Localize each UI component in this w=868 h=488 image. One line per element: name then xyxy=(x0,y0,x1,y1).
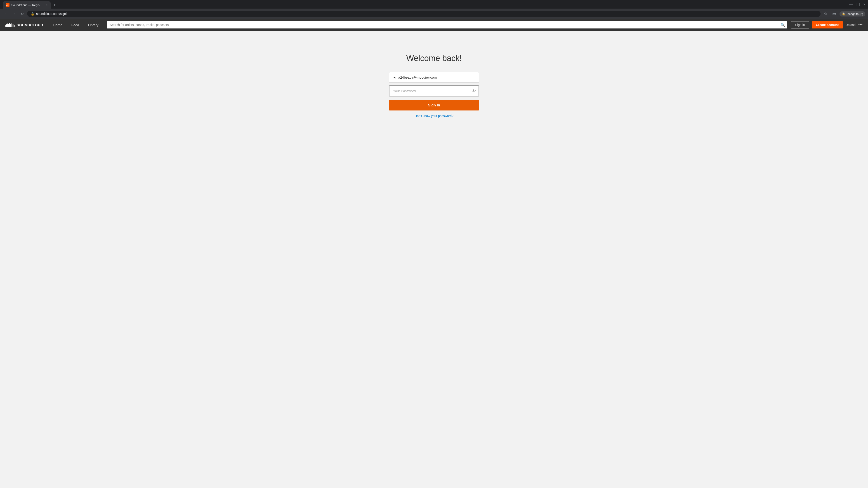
maximize-button[interactable]: ❐ xyxy=(857,2,860,7)
search-input-wrapper: 🔍 xyxy=(107,21,787,29)
svg-rect-0 xyxy=(5,25,6,27)
password-toggle-icon[interactable]: 👁 xyxy=(472,89,476,93)
upload-button[interactable]: Upload xyxy=(846,23,856,27)
email-value: a24beaba@moodjoy.com xyxy=(398,75,475,79)
nav-links: Home Feed Library xyxy=(49,19,103,31)
svg-rect-9 xyxy=(13,24,14,27)
tab-title: SoundCloud — Register, sign-i... xyxy=(11,3,43,7)
svg-rect-5 xyxy=(10,24,11,27)
main-content: Welcome back! ◄ a24beaba@moodjoy.com 👁 S… xyxy=(0,31,868,488)
browser-tab[interactable]: SoundCloud — Register, sign-i... × xyxy=(3,1,51,8)
window-controls: — ❐ × xyxy=(849,2,865,8)
new-tab-button[interactable]: + xyxy=(52,2,58,8)
lock-icon: 🔒 xyxy=(31,12,34,15)
signin-button[interactable]: Sign in xyxy=(791,21,809,29)
incognito-label: Incognito (2) xyxy=(847,12,863,15)
soundcloud-navbar: SOUNDCLOUD Home Feed Library 🔍 Sign in C… xyxy=(0,19,868,31)
refresh-button[interactable]: ↻ xyxy=(19,11,25,17)
nav-feed[interactable]: Feed xyxy=(67,19,84,31)
sidebar-button[interactable]: ▭ xyxy=(831,10,838,17)
address-bar[interactable]: 🔒 soundcloud.com/signin xyxy=(27,11,820,17)
email-field-wrapper: ◄ a24beaba@moodjoy.com xyxy=(389,72,479,83)
back-button[interactable]: ← xyxy=(3,11,9,17)
more-button[interactable]: ••• xyxy=(858,23,863,27)
soundcloud-logo-text: SOUNDCLOUD xyxy=(17,23,43,27)
email-back-icon[interactable]: ◄ xyxy=(393,76,396,79)
password-input[interactable] xyxy=(390,86,478,96)
incognito-button[interactable]: 🕵 Incognito (2) xyxy=(839,11,865,17)
svg-rect-2 xyxy=(7,24,8,27)
search-bar: 🔍 xyxy=(107,21,787,29)
tab-close-icon[interactable]: × xyxy=(46,3,48,7)
forward-button[interactable]: → xyxy=(11,11,17,17)
svg-rect-4 xyxy=(9,23,10,27)
nav-home[interactable]: Home xyxy=(49,19,67,31)
nav-library[interactable]: Library xyxy=(84,19,103,31)
signin-title: Welcome back! xyxy=(406,54,462,63)
svg-rect-1 xyxy=(6,24,7,27)
minimize-button[interactable]: — xyxy=(849,2,853,6)
svg-rect-6 xyxy=(11,23,11,27)
svg-rect-7 xyxy=(12,24,12,27)
svg-rect-10 xyxy=(14,25,15,27)
soundcloud-logo-icon xyxy=(5,23,15,27)
incognito-icon: 🕵 xyxy=(842,12,845,15)
search-input[interactable] xyxy=(107,21,787,29)
url-text: soundcloud.com/signin xyxy=(36,12,68,15)
browser-toolbar: ← → ↻ 🔒 soundcloud.com/signin ☆ ▭ 🕵 Inco… xyxy=(0,8,868,19)
forgot-password-link[interactable]: Don't know your password? xyxy=(389,114,479,118)
create-account-button[interactable]: Create account xyxy=(812,21,843,29)
signin-form: ◄ a24beaba@moodjoy.com 👁 Sign in Don't k… xyxy=(389,72,479,118)
tab-favicon xyxy=(6,3,9,7)
nav-actions: Sign in Create account Upload ••• xyxy=(791,21,863,29)
svg-rect-3 xyxy=(8,24,9,27)
signin-card: Welcome back! ◄ a24beaba@moodjoy.com 👁 S… xyxy=(380,40,488,129)
bookmark-button[interactable]: ☆ xyxy=(822,10,829,17)
signin-submit-button[interactable]: Sign in xyxy=(389,100,479,110)
soundcloud-logo[interactable]: SOUNDCLOUD xyxy=(5,23,43,27)
password-field-wrapper: 👁 xyxy=(389,86,479,96)
svg-rect-8 xyxy=(13,25,13,27)
browser-titlebar: SoundCloud — Register, sign-i... × + — ❐… xyxy=(0,0,868,8)
search-icon: 🔍 xyxy=(780,23,785,27)
close-button[interactable]: × xyxy=(863,2,865,6)
browser-chrome: SoundCloud — Register, sign-i... × + — ❐… xyxy=(0,0,868,19)
toolbar-actions: ☆ ▭ 🕵 Incognito (2) xyxy=(822,10,865,17)
